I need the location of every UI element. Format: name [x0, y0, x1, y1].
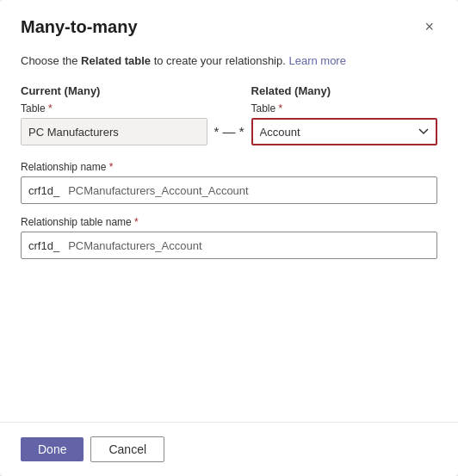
- current-section-label: Current (Many): [21, 84, 207, 97]
- description-suffix: to create your relationship.: [151, 54, 288, 67]
- dialog-footer: Done Cancel: [0, 422, 458, 476]
- related-table-label: Table *: [251, 102, 438, 114]
- relationship-table-field: crf1d_: [21, 232, 437, 259]
- cancel-button[interactable]: Cancel: [90, 436, 164, 462]
- related-section: Related (Many) Table * Account: [251, 84, 438, 145]
- dialog-title: Many-to-many: [21, 17, 138, 37]
- done-button[interactable]: Done: [21, 437, 84, 461]
- relationship-name-prefix: crf1d_: [22, 177, 65, 203]
- relationship-table-label: Relationship table name *: [21, 216, 437, 228]
- current-table-input[interactable]: [21, 118, 207, 145]
- relationship-name-field: crf1d_: [21, 176, 437, 204]
- description-bold: Related table: [81, 54, 151, 67]
- relationship-table-row: Relationship table name * crf1d_: [21, 216, 437, 259]
- relationship-name-row: Relationship name * crf1d_: [21, 161, 437, 204]
- description-text: Choose the Related table to create your …: [21, 54, 437, 67]
- description-prefix: Choose the: [21, 54, 81, 67]
- current-table-label: Table *: [21, 102, 207, 114]
- join-symbol: * — *: [207, 118, 251, 145]
- dialog-body: Choose the Related table to create your …: [0, 46, 458, 422]
- relationship-name-input[interactable]: [65, 177, 436, 203]
- columns-row: Current (Many) Table * * — * Related (Ma…: [21, 84, 437, 145]
- related-table-select[interactable]: Account: [251, 118, 438, 145]
- dialog-header: Many-to-many ×: [0, 0, 458, 46]
- relationship-name-label: Relationship name *: [21, 161, 437, 173]
- current-section: Current (Many) Table *: [21, 84, 207, 145]
- learn-more-link[interactable]: Learn more: [288, 54, 345, 67]
- relationship-table-prefix: crf1d_: [22, 232, 65, 258]
- relationship-table-input[interactable]: [65, 232, 436, 258]
- many-to-many-dialog: Many-to-many × Choose the Related table …: [0, 0, 458, 476]
- close-button[interactable]: ×: [421, 17, 437, 36]
- related-section-label: Related (Many): [251, 84, 438, 97]
